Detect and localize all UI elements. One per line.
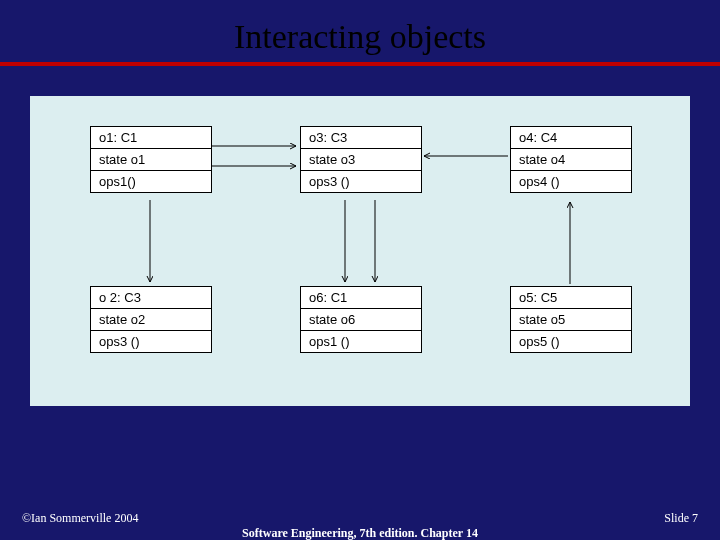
slide: Interacting objects o1: C1 state o1 ops1… <box>0 0 720 540</box>
object-ops: ops1 () <box>301 331 421 352</box>
object-state: state o2 <box>91 309 211 331</box>
object-ops: ops3 () <box>301 171 421 192</box>
object-header: o1: C1 <box>91 127 211 149</box>
object-ops: ops4 () <box>511 171 631 192</box>
object-header: o4: C4 <box>511 127 631 149</box>
object-o4: o4: C4 state o4 ops4 () <box>510 126 632 193</box>
object-state: state o4 <box>511 149 631 171</box>
object-header: o5: C5 <box>511 287 631 309</box>
object-state: state o5 <box>511 309 631 331</box>
object-header: o3: C3 <box>301 127 421 149</box>
object-state: state o6 <box>301 309 421 331</box>
title-underline <box>0 62 720 66</box>
object-o5: o5: C5 state o5 ops5 () <box>510 286 632 353</box>
object-ops: ops3 () <box>91 331 211 352</box>
object-o1: o1: C1 state o1 ops1() <box>90 126 212 193</box>
object-state: state o3 <box>301 149 421 171</box>
object-ops: ops5 () <box>511 331 631 352</box>
object-state: state o1 <box>91 149 211 171</box>
footer-copyright: ©Ian Sommerville 2004 <box>22 511 138 526</box>
slide-title: Interacting objects <box>0 0 720 62</box>
object-o3: o3: C3 state o3 ops3 () <box>300 126 422 193</box>
diagram-area: o1: C1 state o1 ops1() o3: C3 state o3 o… <box>30 96 690 406</box>
object-ops: ops1() <box>91 171 211 192</box>
object-o2: o 2: C3 state o2 ops3 () <box>90 286 212 353</box>
object-o6: o6: C1 state o6 ops1 () <box>300 286 422 353</box>
object-header: o6: C1 <box>301 287 421 309</box>
object-header: o 2: C3 <box>91 287 211 309</box>
footer-book: Software Engineering, 7th edition. Chapt… <box>0 526 720 540</box>
footer-slide-number: Slide 7 <box>664 511 698 526</box>
